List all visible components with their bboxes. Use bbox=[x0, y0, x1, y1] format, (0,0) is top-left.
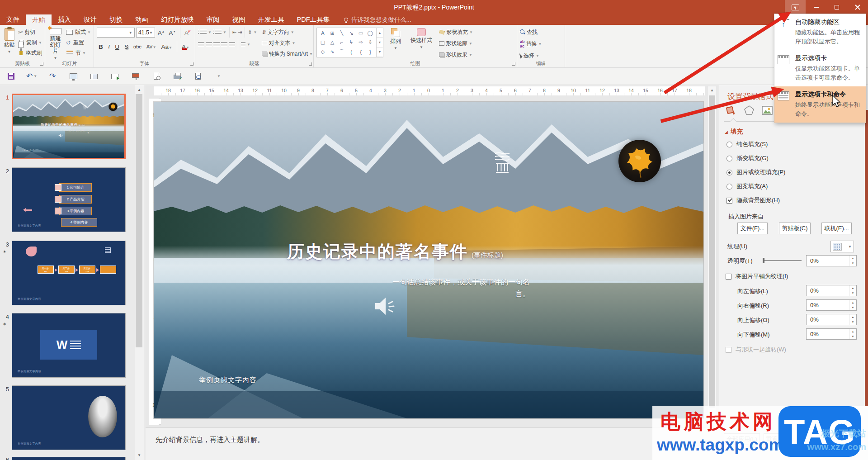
slide-subtitle[interactable]: 一句话总结该事件，或关于该事件的一句名言。 bbox=[380, 276, 530, 299]
new-slide-button[interactable]: 新建幻灯片▼ bbox=[48, 27, 63, 60]
spin-up-icon[interactable]: ▲ bbox=[849, 314, 856, 320]
slideshow-button[interactable] bbox=[131, 72, 140, 81]
line-spacing-icon[interactable]: ⇕ bbox=[248, 29, 252, 35]
align-center-icon[interactable] bbox=[206, 42, 212, 47]
redo-button[interactable]: ↷ bbox=[48, 72, 57, 81]
tab-4[interactable]: 切换 bbox=[103, 14, 129, 25]
shape-icon[interactable]: ↳ bbox=[347, 38, 356, 47]
thumbnail-slide-3[interactable]: 第一步:xxx 第二步:xxx 第三步:xxx 举例页脚文字内容 bbox=[12, 241, 126, 305]
scroll-down-icon[interactable]: ▼ bbox=[135, 451, 143, 459]
offset-top-spinner[interactable]: 0%▲▼ bbox=[806, 314, 857, 325]
shape-icon[interactable]: ⊞ bbox=[328, 29, 337, 38]
qat-more-button[interactable]: ▼ bbox=[214, 72, 223, 81]
select-button[interactable]: 选择▼ bbox=[520, 51, 542, 60]
scroll-up-icon[interactable]: ▲ bbox=[708, 86, 716, 94]
cut-button[interactable]: ✂剪切 bbox=[18, 28, 42, 37]
distribute-icon[interactable] bbox=[229, 42, 235, 47]
tab-2[interactable]: 插入 bbox=[52, 14, 77, 25]
underline-button[interactable]: U bbox=[113, 43, 121, 50]
align-right-icon[interactable] bbox=[213, 42, 220, 47]
numbering-icon[interactable] bbox=[215, 30, 222, 35]
fill-option-gradient[interactable]: 渐变填充(G) bbox=[726, 154, 769, 162]
shape-icon[interactable]: ⌐ bbox=[337, 38, 346, 47]
undo-button[interactable]: ↶▼ bbox=[27, 72, 36, 81]
section-button[interactable]: 节▼ bbox=[65, 48, 91, 57]
print-preview-button[interactable] bbox=[152, 72, 161, 81]
editor-scrollbar[interactable]: ▲ bbox=[708, 86, 716, 427]
notes-area[interactable]: 先介绍背景信息，再进入主题讲解。 bbox=[146, 427, 719, 460]
maximize-button[interactable] bbox=[826, 0, 847, 14]
spin-up-icon[interactable]: ▲ bbox=[849, 256, 856, 261]
shape-icon[interactable]: ◇ bbox=[318, 47, 327, 56]
font-size-combo[interactable]: 41.5▼ bbox=[136, 28, 155, 38]
tab-8[interactable]: 视图 bbox=[226, 14, 252, 25]
slide-footer[interactable]: 举例页脚文字内容 bbox=[199, 376, 257, 384]
insert-from-clipboard-button[interactable]: 剪贴板(C) bbox=[779, 223, 811, 234]
columns-icon[interactable] bbox=[241, 42, 245, 47]
shape-icon[interactable]: ⇨ bbox=[356, 38, 365, 47]
offset-left-spinner[interactable]: 0%▲▼ bbox=[806, 285, 857, 296]
bold-button[interactable]: B bbox=[97, 43, 105, 50]
tab-9[interactable]: 开发工具 bbox=[252, 14, 291, 25]
text-direction-button[interactable]: ⇵文字方向▼ bbox=[262, 28, 313, 37]
close-button[interactable] bbox=[847, 0, 868, 14]
font-name-combo[interactable]: ▼ bbox=[97, 28, 135, 38]
shape-icon[interactable]: { bbox=[356, 47, 365, 56]
tab-6[interactable]: 幻灯片放映 bbox=[155, 14, 200, 25]
scrollbar-thumb[interactable] bbox=[709, 95, 715, 408]
slide-layout-button[interactable] bbox=[90, 72, 99, 81]
character-spacing-button[interactable]: AV▼ bbox=[145, 44, 158, 49]
scroll-up-icon[interactable]: ▲ bbox=[135, 86, 143, 94]
paste-button[interactable]: 粘贴▼ bbox=[3, 27, 16, 60]
thumbnail-slide-1[interactable]: 历史记录中的著名事件(事件标题) 一句话总结该事件，或关于该事件的一句名言。 举… bbox=[12, 94, 126, 159]
decrease-indent-icon[interactable]: ⇤ bbox=[232, 29, 236, 35]
leaf-picture[interactable] bbox=[618, 140, 661, 182]
copy-button[interactable]: 复制▼ bbox=[18, 38, 42, 47]
shape-icon[interactable]: ∿ bbox=[328, 47, 337, 56]
spin-down-icon[interactable]: ▼ bbox=[849, 305, 856, 311]
tab-5[interactable]: 动画 bbox=[129, 14, 155, 25]
shape-icon[interactable]: ( bbox=[347, 47, 356, 56]
tell-me-box[interactable]: 告诉我您想要做什么... bbox=[344, 14, 411, 25]
audio-speaker-icon[interactable] bbox=[58, 133, 63, 138]
replace-button[interactable]: abac替换▼ bbox=[520, 39, 542, 48]
spin-up-icon[interactable]: ▲ bbox=[849, 329, 856, 334]
align-left-icon[interactable] bbox=[198, 42, 204, 47]
shape-icon[interactable]: ▭ bbox=[356, 29, 365, 38]
fill-option-picture[interactable]: 图片或纹理填充(P) bbox=[726, 168, 785, 176]
hide-background-checkbox[interactable]: 隐藏背景图形(H) bbox=[726, 196, 780, 204]
display-settings-button[interactable] bbox=[69, 72, 78, 81]
ribbon-display-options-button[interactable] bbox=[785, 0, 806, 14]
shape-icon[interactable]: ╲ bbox=[337, 29, 346, 38]
slide-subtitle[interactable]: 一句话总结该事件，或关于该事件的一句名言。 bbox=[60, 130, 90, 134]
reset-button[interactable]: ↺重置 bbox=[65, 38, 91, 47]
arrange-button[interactable]: 排列▼ bbox=[386, 27, 406, 60]
spin-down-icon[interactable]: ▼ bbox=[849, 291, 856, 296]
scrollbar-thumb[interactable] bbox=[136, 94, 142, 347]
shape-outline-button[interactable]: 形状轮廓▼ bbox=[439, 39, 473, 48]
fill-option-solid[interactable]: 纯色填充(S) bbox=[726, 140, 768, 148]
transparency-spinner[interactable]: 0%▲▼ bbox=[806, 255, 857, 266]
text-shadow-button[interactable]: S bbox=[123, 43, 130, 50]
increase-indent-icon[interactable]: ⇥ bbox=[238, 29, 242, 35]
paragraph-dialog-launcher[interactable] bbox=[309, 62, 312, 66]
slide-canvas[interactable]: 历史记录中的著名事件(事件标题) 一句话总结该事件，或关于该事件的一句名言。 举… bbox=[154, 102, 703, 418]
tab-7[interactable]: 审阅 bbox=[200, 14, 226, 25]
column-icon[interactable] bbox=[494, 152, 510, 175]
shape-icon[interactable]: ⌒ bbox=[337, 47, 346, 56]
shape-icon[interactable]: } bbox=[366, 47, 375, 56]
slider-thumb[interactable] bbox=[763, 258, 764, 263]
leaf-picture[interactable] bbox=[108, 103, 117, 111]
menu-item-show-tabs-and-commands[interactable]: 显示选项卡和命令 始终显示功能区选项卡和命令。 bbox=[774, 86, 866, 123]
fill-option-pattern[interactable]: 图案填充(A) bbox=[726, 182, 768, 190]
fill-tab-icon[interactable] bbox=[726, 105, 736, 116]
strikethrough-button[interactable]: abc bbox=[132, 44, 143, 49]
shrink-font-button[interactable]: A▼ bbox=[168, 29, 178, 36]
shape-fill-button[interactable]: 形状填充▼ bbox=[439, 28, 473, 37]
tab-file[interactable]: 文件 bbox=[0, 14, 26, 25]
thumbnail-slide-2[interactable]: 1 公司简介 2 产品介绍 3 举例内容 4 举例内容 举例页脚文字内容 bbox=[12, 167, 126, 232]
font-color-button[interactable]: A▼ bbox=[180, 43, 191, 50]
thumbnail-slide-4[interactable]: W 举例页脚文字内容 bbox=[12, 313, 126, 378]
tab-3[interactable]: 设计 bbox=[77, 14, 103, 25]
thumbnail-slide-5[interactable]: 举例页脚文字内容 bbox=[12, 385, 126, 450]
